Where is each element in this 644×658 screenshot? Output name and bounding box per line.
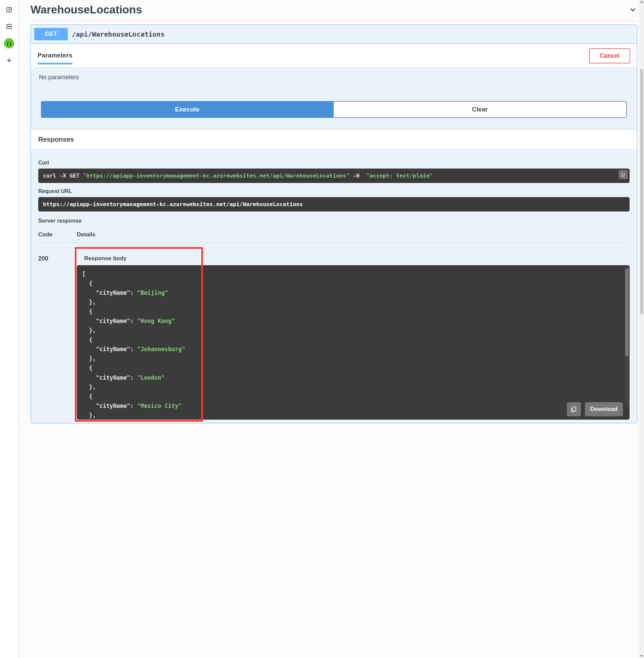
page-scrollbar[interactable] <box>639 0 644 658</box>
response-body-json: [ { "cityName": "Beijing" }, { "cityName… <box>77 265 629 420</box>
json-braces-icon[interactable]: { } <box>3 38 15 49</box>
page-scrollbar-thumb[interactable] <box>640 69 643 314</box>
request-url: https://apiapp-inventorymanagement-kc.az… <box>38 197 629 212</box>
add-icon[interactable]: + <box>3 54 15 66</box>
request-url-label: Request URL <box>38 188 629 194</box>
sidebar: { } + <box>0 0 19 658</box>
execute-row: Execute Clear <box>31 91 637 129</box>
json-actions: Download <box>567 402 623 416</box>
clear-button[interactable]: Clear <box>334 101 627 118</box>
svg-point-3 <box>9 26 9 27</box>
svg-rect-6 <box>573 407 576 411</box>
http-method-badge: GET <box>34 28 68 40</box>
response-body-label: Response body <box>84 255 629 262</box>
external-link-icon[interactable] <box>3 4 15 16</box>
cancel-button[interactable]: Cancel <box>589 48 630 63</box>
operation-path: /api/WarehouseLocations <box>72 30 165 38</box>
response-row: 200 Response body [ { "cityName": "Beiji… <box>38 243 629 420</box>
chevron-down-icon[interactable] <box>628 5 637 14</box>
main-content: WarehouseLocations GET /api/WarehouseLoc… <box>19 0 644 658</box>
server-response-label: Server response <box>38 218 629 224</box>
operation-summary[interactable]: GET /api/WarehouseLocations <box>31 25 637 44</box>
responses-body: Curl curl -X GET "https://apiapp-invento… <box>31 150 637 423</box>
execute-button[interactable]: Execute <box>41 101 334 118</box>
parameters-bar: Parameters Cancel <box>31 44 637 68</box>
details-column-header: Details <box>77 231 629 238</box>
operation-block: GET /api/WarehouseLocations Parameters C… <box>30 24 637 423</box>
status-code: 200 <box>38 249 77 420</box>
no-parameters-text: No parameters <box>31 68 637 91</box>
curl-command: curl -X GET "https://apiapp-inventoryman… <box>38 169 629 183</box>
copy-response-icon[interactable] <box>567 402 581 416</box>
json-scrollbar[interactable] <box>625 266 629 406</box>
copy-curl-icon[interactable] <box>619 170 627 179</box>
response-table-header: Code Details <box>38 228 629 243</box>
svg-point-4 <box>10 26 10 27</box>
code-column-header: Code <box>38 231 77 238</box>
svg-rect-5 <box>623 173 624 176</box>
dots-box-icon[interactable] <box>3 21 15 32</box>
curl-label: Curl <box>38 160 629 166</box>
download-button[interactable]: Download <box>585 402 623 416</box>
parameters-tab[interactable]: Parameters <box>38 52 72 64</box>
responses-heading: Responses <box>31 129 637 150</box>
svg-point-2 <box>8 26 9 27</box>
page-title: WarehouseLocations <box>30 3 142 16</box>
json-scrollbar-thumb[interactable] <box>625 268 628 356</box>
page-title-row[interactable]: WarehouseLocations <box>30 0 637 21</box>
response-details-cell: Response body [ { "cityName": "Beijing" … <box>77 249 629 420</box>
